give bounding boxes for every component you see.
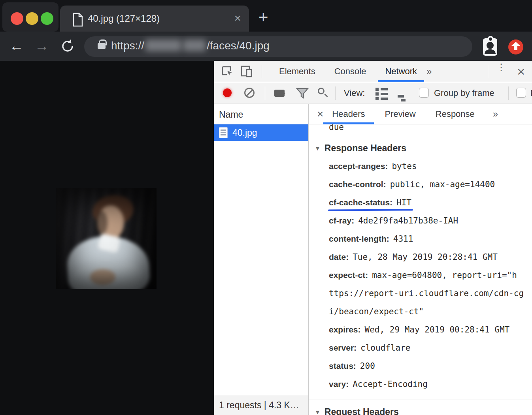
view-label: View: bbox=[344, 88, 365, 98]
tab-network[interactable]: Network bbox=[375, 61, 426, 82]
filter-icon[interactable] bbox=[296, 87, 309, 99]
header-row: accept-ranges:bytes bbox=[309, 158, 532, 176]
collapse-triangle-icon[interactable]: ▼ bbox=[315, 409, 321, 415]
header-row: date:Tue, 28 May 2019 20:28:41 GMT bbox=[309, 248, 532, 267]
devtools-panel: Elements Console Network » ⋮ × View: bbox=[214, 61, 532, 415]
header-row: status:200 bbox=[309, 357, 532, 376]
page-viewport bbox=[0, 61, 214, 415]
network-toolbar: View: Group by frame Preserve log bbox=[214, 83, 532, 103]
clipped-scrolled-line: due bbox=[309, 124, 532, 130]
header-row: server:cloudflare bbox=[309, 339, 532, 357]
tab-headers[interactable]: Headers bbox=[330, 104, 366, 124]
group-by-frame-checkbox[interactable] bbox=[419, 88, 429, 98]
address-bar[interactable]: https:///faces/40.jpg bbox=[84, 36, 472, 57]
request-row-40jpg[interactable]: 40.jpg bbox=[214, 124, 308, 141]
header-row: cache-control:public, max-age=14400 bbox=[309, 176, 532, 194]
tab-close-icon[interactable]: × bbox=[234, 11, 241, 25]
section-divider bbox=[309, 400, 532, 400]
divider bbox=[335, 86, 336, 100]
search-icon[interactable] bbox=[318, 88, 324, 94]
window-close-button[interactable] bbox=[11, 12, 23, 25]
record-button[interactable] bbox=[223, 88, 232, 97]
more-details-tabs-chevron-icon[interactable]: » bbox=[493, 109, 498, 120]
list-view-icon[interactable] bbox=[375, 88, 388, 102]
file-icon bbox=[219, 127, 228, 138]
waterfall-view-icon[interactable] bbox=[398, 88, 410, 103]
headers-content: due ▼ Response Headers accept-ranges:byt… bbox=[309, 124, 532, 415]
details-panel: × Headers Preview Response » due ▼ Respo… bbox=[309, 104, 532, 415]
requests-panel: Name 40.jpg 1 requests | 4.3 K… bbox=[214, 104, 309, 415]
request-file-name: 40.jpg bbox=[232, 128, 257, 138]
reload-button[interactable] bbox=[60, 39, 75, 54]
group-by-frame-label[interactable]: Group by frame bbox=[434, 88, 494, 98]
url-text[interactable]: https:///faces/40.jpg bbox=[111, 39, 270, 54]
name-column-header[interactable]: Name bbox=[214, 104, 308, 124]
tab-title: 40.jpg (127×128) bbox=[88, 13, 160, 24]
annotated-underline: cf-cache-status:HIT bbox=[329, 194, 411, 212]
window-controls bbox=[2, 2, 58, 32]
profile-body-glyph bbox=[485, 49, 496, 54]
image-40-jpg bbox=[56, 188, 157, 289]
devtools-close-icon[interactable]: × bbox=[517, 64, 525, 79]
capture-screenshots-icon[interactable] bbox=[274, 90, 285, 97]
extension-update-icon[interactable] bbox=[508, 39, 523, 54]
section-divider bbox=[309, 136, 532, 136]
response-headers-section-title[interactable]: ▼ Response Headers bbox=[309, 139, 532, 158]
header-row: cf-ray:4de2f9fa4b17b38e-IAH bbox=[309, 212, 532, 230]
devtools-tabbar: Elements Console Network » ⋮ × bbox=[214, 61, 532, 82]
profile-badge-icon[interactable] bbox=[483, 38, 497, 56]
tab-preview[interactable]: Preview bbox=[383, 104, 417, 124]
tab-console[interactable]: Console bbox=[325, 61, 376, 82]
header-row: vary:Accept-Encoding bbox=[309, 376, 532, 394]
lock-icon[interactable] bbox=[98, 43, 106, 49]
tab-elements[interactable]: Elements bbox=[270, 61, 325, 82]
header-row-expect-ct: expect-ct:max-age=604800, report-uri="h … bbox=[309, 267, 532, 321]
new-tab-button[interactable]: + bbox=[258, 9, 268, 26]
forward-button[interactable]: → bbox=[35, 38, 49, 54]
divider bbox=[508, 86, 509, 100]
device-toolbar-icon[interactable] bbox=[240, 66, 253, 77]
window-maximize-button[interactable] bbox=[41, 12, 53, 25]
requests-summary-bar: 1 requests | 4.3 K… bbox=[214, 395, 308, 415]
collapse-triangle-icon[interactable]: ▼ bbox=[315, 145, 321, 152]
browser-tab[interactable]: 40.jpg (127×128) × bbox=[60, 6, 249, 32]
details-tabbar: × Headers Preview Response » bbox=[309, 104, 532, 124]
divider bbox=[262, 65, 262, 78]
document-icon bbox=[72, 13, 84, 27]
devtools-menu-icon[interactable]: ⋮ bbox=[496, 65, 504, 69]
details-close-icon[interactable]: × bbox=[309, 108, 330, 120]
divider bbox=[265, 86, 265, 100]
preserve-log-checkbox[interactable] bbox=[516, 88, 526, 98]
window-minimize-button[interactable] bbox=[26, 12, 38, 25]
divider bbox=[489, 65, 489, 78]
profile-head-glyph bbox=[487, 42, 494, 49]
header-row: content-length:4311 bbox=[309, 230, 532, 248]
more-tabs-chevron-icon[interactable]: » bbox=[426, 66, 432, 77]
redacted-domain-blur bbox=[145, 39, 181, 51]
clear-icon[interactable] bbox=[244, 88, 255, 98]
redacted-domain-blur bbox=[183, 39, 206, 51]
header-row: expires:Wed, 29 May 2019 00:28:41 GMT bbox=[309, 321, 532, 339]
tab-response[interactable]: Response bbox=[434, 104, 476, 124]
back-button[interactable]: ← bbox=[9, 38, 24, 54]
preserve-log-label[interactable]: Preserve log bbox=[530, 88, 532, 98]
request-headers-section-title[interactable]: ▼ Request Headers bbox=[309, 402, 532, 415]
header-row-cf-cache-status: cf-cache-status:HIT bbox=[309, 194, 532, 212]
inspect-element-icon[interactable] bbox=[221, 66, 233, 77]
